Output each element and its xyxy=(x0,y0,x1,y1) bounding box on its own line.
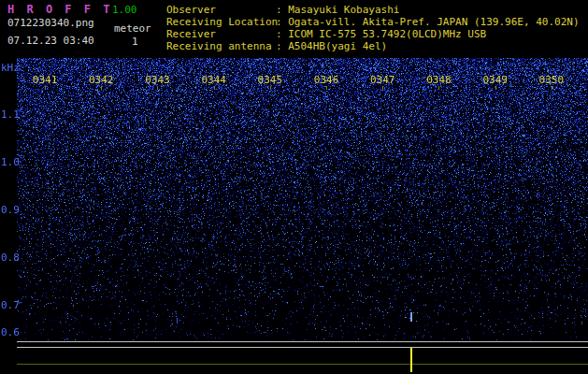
meteor-ping-spike xyxy=(410,348,412,372)
time-axis-tick xyxy=(45,86,46,90)
station-info-row: Receiver: ICOM IC-575 53.7492(0LCD)MHz U… xyxy=(166,28,587,40)
signal-level-baseline xyxy=(17,364,588,365)
time-axis-label: 0341 xyxy=(33,74,58,86)
station-info-label: Receiving antenna xyxy=(166,40,276,52)
time-axis-tick xyxy=(438,86,439,90)
mode-label: meteor xyxy=(114,22,151,35)
time-axis-tick xyxy=(326,86,327,90)
spectrogram-canvas xyxy=(17,58,588,340)
frequency-axis-label: 1.0 xyxy=(1,156,20,168)
time-axis-tick xyxy=(382,86,383,90)
frequency-axis-label: 0.7 xyxy=(1,299,20,311)
time-axis-tick xyxy=(495,86,496,90)
output-filename: 0712230340.png xyxy=(7,17,94,29)
time-axis-label: 0345 xyxy=(258,74,283,86)
time-axis-label: 0344 xyxy=(201,74,226,86)
station-info-label: Receiving Location xyxy=(166,16,276,28)
divider-line-lower xyxy=(17,347,588,348)
meteor-count: 1 xyxy=(132,36,138,48)
time-axis-tick xyxy=(157,86,158,90)
frequency-axis-label: 0.9 xyxy=(1,204,20,216)
app-version: 1.00 xyxy=(112,4,137,16)
time-axis-label: 0343 xyxy=(145,74,170,86)
frequency-axis-label: 1.1 xyxy=(1,108,20,121)
station-info-label: Observer xyxy=(166,4,276,16)
time-axis-label: 0349 xyxy=(482,74,508,86)
frequency-axis-label: 0.8 xyxy=(1,252,20,264)
station-info-row: Receiving antenna: A504HB(yagi 4el) xyxy=(166,40,587,52)
station-info-row: Observer: Masayuki Kobayashi xyxy=(166,4,587,16)
time-axis-label: 0347 xyxy=(370,74,395,86)
time-axis-label: 0348 xyxy=(426,74,452,86)
time-axis-label: 0342 xyxy=(89,74,114,86)
station-info-row: Receiving Location: Ogata-vill. Akita-Pr… xyxy=(166,16,587,28)
time-axis-label: 0350 xyxy=(539,74,565,86)
station-info-label: Receiver xyxy=(166,28,276,40)
station-info-value: : Masayuki Kobayashi xyxy=(276,4,399,16)
frequency-axis-unit: kHz xyxy=(1,62,20,74)
station-info: Observer: Masayuki KobayashiReceiving Lo… xyxy=(166,4,587,52)
time-axis-tick xyxy=(101,86,102,90)
time-axis-tick xyxy=(270,86,271,90)
frequency-axis-label: 0.6 xyxy=(1,326,20,338)
time-axis-label: 0346 xyxy=(314,74,339,86)
station-info-value: : Ogata-vill. Akita-Pref. JAPAN (139.96E… xyxy=(276,16,580,28)
record-datetime: 07.12.23 03:40 xyxy=(7,35,94,47)
time-axis-tick xyxy=(214,86,215,90)
divider-line-upper xyxy=(17,341,588,342)
hrofft-window: H R O F F T 1.00 0712230340.png meteor 0… xyxy=(0,0,588,374)
app-title: H R O F F T xyxy=(7,3,112,16)
time-axis-tick xyxy=(552,86,552,90)
station-info-value: : A504HB(yagi 4el) xyxy=(276,40,387,52)
station-info-value: : ICOM IC-575 53.7492(0LCD)MHz USB xyxy=(276,28,486,40)
